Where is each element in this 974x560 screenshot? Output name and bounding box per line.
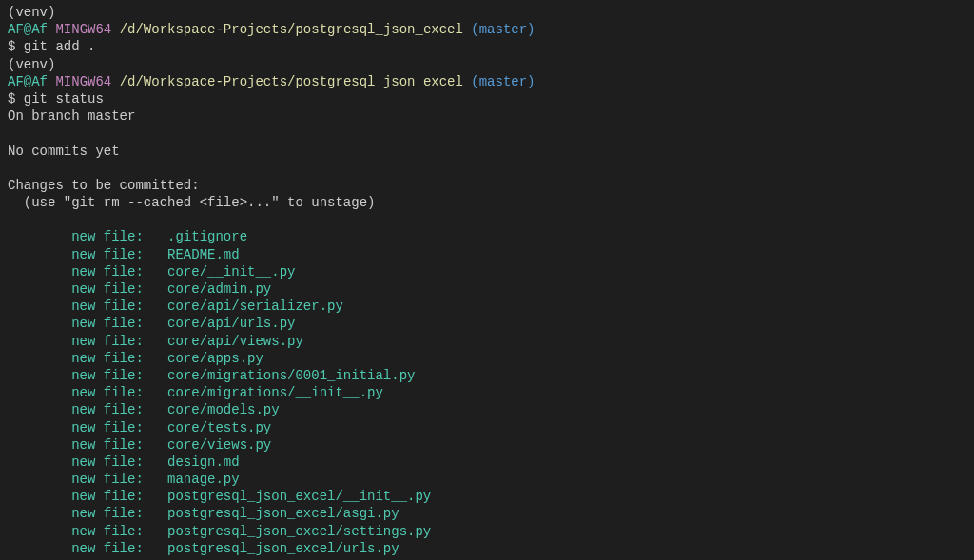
new-file-entry: new file: core/api/serializer.py (8, 298, 966, 315)
prompt-line-2: AF@Af MINGW64 /d/Workspace-Projects/post… (8, 73, 966, 90)
new-file-entry: new file: core/apps.py (8, 350, 966, 367)
userhost: AF@Af (8, 22, 48, 37)
no-commits: No commits yet (8, 143, 966, 160)
path: /d/Workspace-Projects/postgresql_json_ex… (120, 22, 463, 37)
command-text: git status (24, 91, 104, 106)
shell: MINGW64 (55, 74, 111, 89)
new-file-entry: new file: core/migrations/0001_initial.p… (8, 367, 966, 384)
venv-indicator: (venv) (8, 56, 966, 73)
new-file-entry: new file: core/models.py (8, 401, 966, 418)
new-file-entry: new file: postgresql_json_excel/__init__… (8, 488, 966, 505)
new-file-entry: new file: postgresql_json_excel/settings… (8, 523, 966, 540)
new-file-entry: new file: core/views.py (8, 436, 966, 454)
new-file-entry: new file: core/tests.py (8, 419, 966, 436)
command-text: git add . (24, 39, 96, 54)
dollar-prompt: $ (8, 39, 24, 54)
changes-header: Changes to be committed: (8, 177, 966, 194)
on-branch: On branch master (8, 107, 966, 125)
empty-line (8, 160, 966, 177)
file-list-container: new file: .gitignore new file: README.md… (8, 228, 966, 557)
branch: (master) (471, 22, 535, 37)
empty-line (8, 211, 966, 228)
new-file-entry: new file: README.md (8, 246, 966, 263)
new-file-entry: new file: postgresql_json_excel/urls.py (8, 540, 966, 557)
empty-line (8, 125, 966, 142)
prompt-line-1: AF@Af MINGW64 /d/Workspace-Projects/post… (8, 21, 966, 38)
shell: MINGW64 (55, 22, 111, 37)
new-file-entry: new file: design.md (8, 454, 966, 471)
command-line-1[interactable]: $ git add . (8, 38, 966, 55)
new-file-entry: new file: .gitignore (8, 228, 966, 245)
new-file-entry: new file: core/api/views.py (8, 333, 966, 350)
new-file-entry: new file: manage.py (8, 471, 966, 488)
new-file-entry: new file: postgresql_json_excel/asgi.py (8, 505, 966, 522)
branch: (master) (471, 74, 535, 89)
userhost: AF@Af (8, 74, 48, 89)
unstage-hint: (use "git rm --cached <file>..." to unst… (8, 194, 966, 211)
new-file-entry: new file: core/__init__.py (8, 263, 966, 280)
venv-indicator: (venv) (8, 4, 966, 21)
new-file-entry: new file: core/admin.py (8, 280, 966, 298)
command-line-2[interactable]: $ git status (8, 90, 966, 107)
path: /d/Workspace-Projects/postgresql_json_ex… (120, 74, 463, 89)
new-file-entry: new file: core/migrations/__init__.py (8, 384, 966, 401)
dollar-prompt: $ (8, 91, 24, 106)
new-file-entry: new file: core/api/urls.py (8, 315, 966, 332)
